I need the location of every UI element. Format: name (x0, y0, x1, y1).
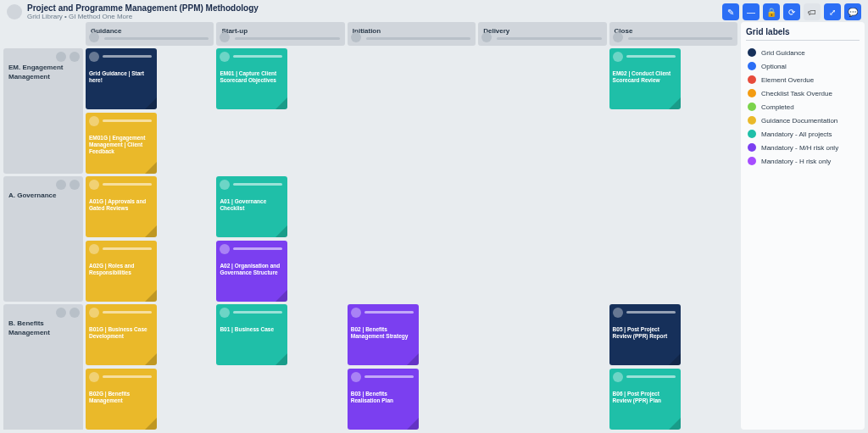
card-icon (613, 308, 623, 318)
grid-cell: A01 | Governance ChecklistA02 | Organisa… (216, 176, 344, 302)
card-title: Grid Guidance | Start here! (89, 70, 153, 84)
card-icon (89, 308, 99, 318)
legend-swatch (748, 143, 756, 152)
card-icon (351, 308, 361, 318)
card-icon (89, 244, 99, 254)
row-icon[interactable] (70, 52, 80, 62)
fullscreen-button[interactable]: ⤢ (824, 3, 841, 20)
row-icon[interactable] (56, 180, 66, 190)
card[interactable]: B05 | Post Project Review (PPR) Report (609, 304, 681, 365)
card-progress (103, 119, 152, 122)
breadcrumb[interactable]: Grid Library • GI Method One More (27, 13, 259, 20)
legend-item[interactable]: Checklist Task Overdue (746, 86, 860, 100)
card[interactable]: B01 | Business Case (216, 304, 287, 365)
card-title: B02G | Benefits Management (89, 391, 153, 404)
card[interactable]: EM02 | Conduct Client Scorecard Review (609, 48, 681, 109)
card-title: A01 | Governance Checklist (220, 198, 284, 212)
labels-button[interactable]: 🏷 (804, 3, 821, 20)
column-header[interactable]: Initiation (348, 22, 476, 46)
column-progress (628, 37, 732, 40)
card-icon (89, 180, 99, 190)
card-icon (351, 372, 361, 382)
legend-swatch (748, 116, 756, 125)
column-header[interactable]: Start-up (216, 22, 344, 46)
card-fold-icon (407, 418, 419, 430)
legend-item[interactable]: Guidance Documentation (746, 114, 860, 127)
row-icon[interactable] (56, 52, 66, 62)
card-progress (103, 55, 152, 58)
card[interactable]: Grid Guidance | Start here! (86, 48, 157, 109)
toolbar: ✎ — 🔒 ⟳ 🏷 ⤢ 💬 (722, 3, 861, 20)
column-icon[interactable] (351, 32, 361, 42)
row-icon[interactable] (70, 180, 80, 190)
row-header[interactable]: A. Governance (3, 176, 83, 302)
header: Project and Programme Management (PPM) M… (0, 0, 868, 22)
card[interactable]: A02G | Roles and Responsibilities (86, 241, 157, 302)
legend-label: Optional (761, 63, 787, 70)
column-icon[interactable] (89, 32, 99, 42)
card[interactable]: B01G | Business Case Development (86, 304, 157, 365)
grid-cell (478, 176, 606, 302)
legend-item[interactable]: Grid Guidance (746, 46, 860, 59)
card[interactable]: B03 | Benefits Realisation Plan (348, 369, 419, 430)
legend-panel: Grid labels Grid GuidanceOptionalElement… (741, 22, 865, 430)
card-title: A01G | Approvals and Gated Reviews (89, 198, 153, 212)
row-icon[interactable] (70, 308, 80, 318)
card-icon (89, 116, 99, 126)
lock-button[interactable]: 🔒 (763, 3, 780, 20)
minimize-button[interactable]: — (743, 3, 760, 20)
column-progress (366, 37, 470, 40)
card-icon (613, 52, 623, 62)
column-header[interactable]: Close (609, 22, 737, 46)
grid-cell (348, 48, 476, 174)
card-fold-icon (145, 225, 157, 237)
refresh-button[interactable]: ⟳ (783, 3, 800, 20)
card[interactable]: A01 | Governance Checklist (216, 176, 287, 237)
legend-list: Grid GuidanceOptionalElement OverdueChec… (746, 46, 860, 168)
legend-label: Mandatory - All projects (761, 130, 832, 138)
card-fold-icon (145, 97, 157, 109)
legend-label: Completed (761, 103, 794, 111)
legend-item[interactable]: Mandatory - H risk only (746, 154, 860, 168)
card-icon (89, 52, 99, 62)
legend-item[interactable]: Mandatory - All projects (746, 127, 860, 141)
column-icon[interactable] (481, 32, 492, 42)
row-header[interactable]: B. Benefits Management (3, 304, 83, 430)
legend-label: Grid Guidance (761, 49, 805, 57)
column-header[interactable]: Delivery (478, 22, 606, 46)
card-icon (613, 372, 623, 382)
card[interactable]: B06 | Post Project Review (PPR) Plan (609, 369, 681, 430)
column-progress (235, 37, 339, 40)
card-title: A02 | Organisation and Governance Struct… (220, 263, 284, 276)
grid-cell: B01G | Business Case DevelopmentB02G | B… (86, 304, 214, 430)
card-fold-icon (669, 418, 681, 430)
legend-item[interactable]: Element Overdue (746, 73, 860, 86)
card-fold-icon (669, 353, 681, 365)
grid-cell: EM01 | Capture Client Scorecard Objectiv… (216, 48, 344, 174)
column-icon[interactable] (613, 32, 623, 42)
legend-item[interactable]: Completed (746, 100, 860, 114)
card[interactable]: EM01G | Engagement Management | Client F… (86, 113, 157, 174)
row-label: A. Governance (8, 192, 56, 199)
card[interactable]: B02G | Benefits Management (86, 369, 157, 430)
row-header[interactable]: EM. Engagement Management (3, 48, 83, 174)
card-title: B06 | Post Project Review (PPR) Plan (613, 391, 677, 404)
card-progress (364, 375, 414, 378)
card[interactable]: B02 | Benefits Management Strategy (348, 304, 419, 365)
card[interactable]: A01G | Approvals and Gated Reviews (86, 176, 157, 237)
card[interactable]: A02 | Organisation and Governance Struct… (216, 241, 287, 302)
row-label: EM. Engagement Management (8, 64, 63, 80)
legend-item[interactable]: Mandatory - M/H risk only (746, 141, 860, 154)
card-title: EM01G | Engagement Management | Client F… (89, 135, 153, 155)
legend-label: Guidance Documentation (761, 117, 837, 125)
card-icon (220, 244, 230, 254)
card-progress (626, 375, 676, 378)
column-icon[interactable] (220, 32, 230, 42)
comment-button[interactable]: 💬 (844, 3, 861, 20)
edit-button[interactable]: ✎ (722, 3, 739, 20)
legend-item[interactable]: Optional (746, 59, 860, 73)
grid-cell (609, 176, 737, 302)
card[interactable]: EM01 | Capture Client Scorecard Objectiv… (216, 48, 287, 109)
column-header[interactable]: Guidance (86, 22, 214, 46)
row-icon[interactable] (56, 308, 66, 318)
